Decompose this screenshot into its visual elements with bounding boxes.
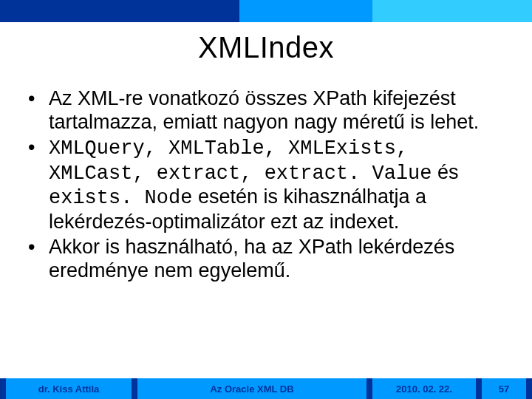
bullet-text: és: [432, 161, 458, 183]
band-segment-mid: [239, 0, 372, 22]
footer-date-cell: 2010. 02. 22.: [372, 378, 476, 399]
footer-page: 57: [499, 383, 509, 395]
footer-course: Az Oracle XML DB: [210, 383, 293, 395]
code-span: XMLQuery, XMLTable, XMLExists, XMLCast, …: [49, 137, 432, 185]
band-segment-light: [372, 0, 532, 22]
code-span: exists. Node: [49, 187, 192, 209]
slide-body: Az XML-re vonatkozó összes XPath kifejez…: [28, 87, 510, 284]
bullet-item: Az XML-re vonatkozó összes XPath kifejez…: [28, 87, 510, 134]
footer-date: 2010. 02. 22.: [396, 383, 452, 395]
footer-divider: [476, 378, 482, 399]
footer-author-cell: dr. Kiss Attila: [6, 378, 132, 399]
footer-page-cell: 57: [482, 378, 526, 399]
footer-bar: dr. Kiss Attila Az Oracle XML DB 2010. 0…: [0, 378, 532, 399]
footer-course-cell: Az Oracle XML DB: [137, 378, 366, 399]
band-segment-dark: [0, 0, 239, 22]
bullet-text: Az XML-re vonatkozó összes XPath kifejez…: [49, 87, 479, 133]
slide-title: XMLIndex: [0, 31, 532, 64]
bullet-text: Akkor is használható, ha az XPath lekérd…: [49, 236, 454, 282]
footer-divider: [0, 378, 6, 399]
footer-author: dr. Kiss Attila: [38, 383, 100, 395]
footer-divider: [526, 378, 532, 399]
header-color-band: [0, 0, 532, 22]
footer-divider: [132, 378, 137, 399]
footer-divider: [366, 378, 372, 399]
bullet-item: XMLQuery, XMLTable, XMLExists, XMLCast, …: [28, 136, 510, 234]
bullet-item: Akkor is használható, ha az XPath lekérd…: [28, 236, 510, 283]
